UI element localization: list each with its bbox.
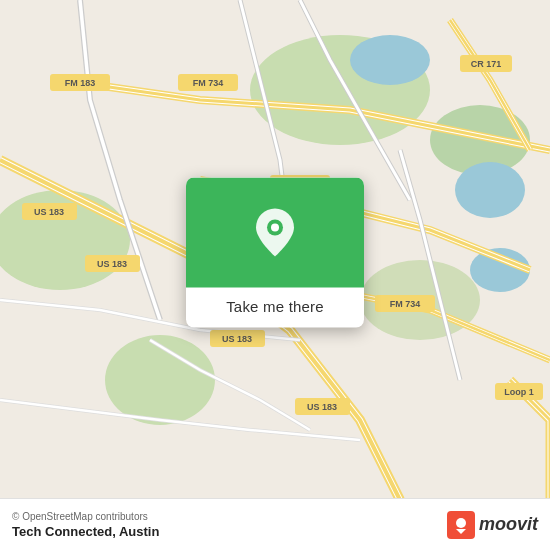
svg-text:FM 734: FM 734 <box>390 299 421 309</box>
moovit-brand-text: moovit <box>479 514 538 535</box>
svg-text:CR 171: CR 171 <box>471 59 502 69</box>
popup-card-top <box>186 178 364 288</box>
attribution-text: © OpenStreetMap contributors <box>12 511 159 522</box>
moovit-icon <box>447 511 475 539</box>
moovit-logo: moovit <box>447 511 538 539</box>
bottom-bar: © OpenStreetMap contributors Tech Connec… <box>0 498 550 550</box>
svg-point-6 <box>350 35 430 85</box>
bottom-left-info: © OpenStreetMap contributors Tech Connec… <box>12 511 159 539</box>
svg-text:US 183: US 183 <box>307 402 337 412</box>
svg-text:US 183: US 183 <box>222 334 252 344</box>
svg-text:FM 183: FM 183 <box>65 78 96 88</box>
svg-point-3 <box>105 335 215 425</box>
svg-text:US 183: US 183 <box>34 207 64 217</box>
popup-card-bottom: Take me there <box>186 288 364 328</box>
popup-card: Take me there <box>186 178 364 328</box>
svg-point-7 <box>455 162 525 218</box>
svg-text:US 183: US 183 <box>97 259 127 269</box>
map-container: FM 734 FM 734 FM 734 US 183 US 183 US 18… <box>0 0 550 550</box>
location-pin-icon <box>253 207 297 259</box>
svg-text:FM 734: FM 734 <box>193 78 224 88</box>
svg-point-30 <box>271 224 279 232</box>
svg-point-31 <box>456 518 466 528</box>
svg-text:Loop 1: Loop 1 <box>504 387 534 397</box>
take-me-there-label[interactable]: Take me there <box>226 298 324 315</box>
location-label: Tech Connected, Austin <box>12 524 159 539</box>
